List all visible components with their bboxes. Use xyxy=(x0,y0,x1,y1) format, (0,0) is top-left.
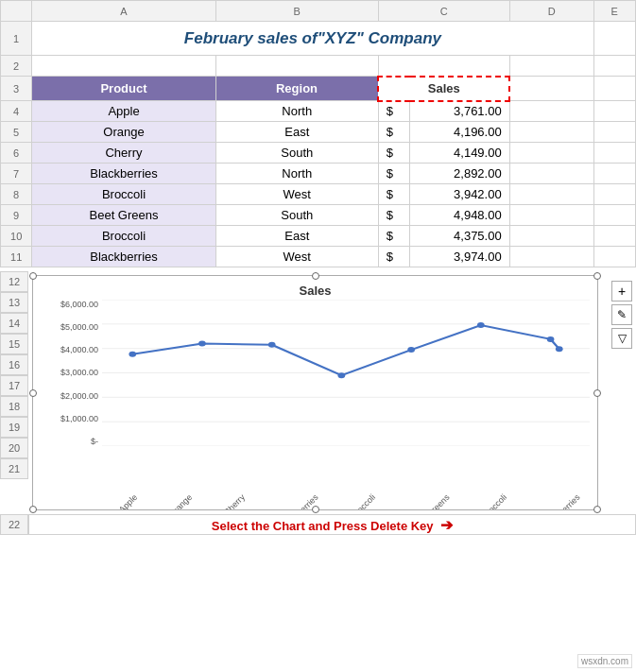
chart-dot-2 xyxy=(198,341,206,347)
chart-x-labels: Apple Orange Cherry Blackberries Broccol… xyxy=(33,450,597,509)
cell-b2 xyxy=(32,56,215,77)
x-label-8: Blackberries xyxy=(542,492,582,509)
cell-dollar-3: $ xyxy=(378,143,409,164)
table-row: 10 Broccoli East $ 4,375.00 xyxy=(1,226,636,247)
col-header-D: D xyxy=(509,1,593,22)
corner-cell xyxy=(1,1,32,22)
cell-f1 xyxy=(593,22,635,56)
cell-region-4: North xyxy=(215,164,378,184)
y-label-5000: $5,000.00 xyxy=(60,322,98,332)
chart-content: $6,000.00 $5,000.00 $4,000.00 $3,000.00 … xyxy=(33,300,597,450)
row-num-6: 6 xyxy=(1,143,32,164)
table-row: 5 Orange East $ 4,196.00 xyxy=(1,122,636,143)
table-row: 4 Apple North $ 3,761.00 xyxy=(1,101,636,122)
cell-sales-6: 4,948.00 xyxy=(410,205,510,226)
chart-wrapper: Sales $6,000.00 $5,000.00 $4,000.00 $3,0… xyxy=(28,271,636,514)
y-label-1000: $1,000.00 xyxy=(60,414,98,423)
cell-f2 xyxy=(593,56,635,77)
row-num-13: 13 xyxy=(0,292,28,313)
chart-style-button[interactable]: ✎ xyxy=(611,304,632,325)
cell-c2 xyxy=(215,56,378,77)
row-num-5: 5 xyxy=(1,122,32,143)
chart-handle-bm[interactable] xyxy=(312,506,319,513)
cell-product-8: Blackberries xyxy=(32,247,215,267)
chart-filter-button[interactable]: ▽ xyxy=(611,328,632,349)
cell-region-6: South xyxy=(215,205,378,226)
cell-region-1: North xyxy=(215,101,378,122)
cell-dollar-7: $ xyxy=(378,226,409,247)
col-header-A: A xyxy=(32,1,215,22)
cell-sales-3: 4,149.00 xyxy=(410,143,510,164)
cell-product-7: Broccoli xyxy=(32,226,215,247)
col-header-E: E xyxy=(593,1,635,22)
row-num-16: 16 xyxy=(0,354,28,375)
chart-add-button[interactable]: + xyxy=(611,281,632,302)
cell-sales-1: 3,761.00 xyxy=(410,101,510,122)
x-label-7: Broccoli xyxy=(480,492,508,509)
cell-sales-5: 3,942.00 xyxy=(410,184,510,205)
row-num-1: 1 xyxy=(1,22,32,56)
row-num-21: 21 xyxy=(0,458,28,479)
cell-f5 xyxy=(593,122,635,143)
watermark: wsxdn.com xyxy=(577,654,632,668)
cell-e8 xyxy=(509,184,593,205)
cell-product-4: Blackberries xyxy=(32,164,215,184)
cell-dollar-6: $ xyxy=(378,205,409,226)
cell-e5 xyxy=(509,122,593,143)
table-row: 11 Blackberries West $ 3,974.00 xyxy=(1,247,636,267)
chart-handle-ml[interactable] xyxy=(29,389,37,397)
chart-y-axis: $6,000.00 $5,000.00 $4,000.00 $3,000.00 … xyxy=(41,300,102,446)
cell-product-3: Cherry xyxy=(32,143,215,164)
y-label-0: $- xyxy=(91,437,98,446)
cell-dollar-4: $ xyxy=(378,164,409,184)
x-label-6: Beet Greens xyxy=(411,492,452,509)
row-num-3: 3 xyxy=(1,77,32,101)
chart-dot-5 xyxy=(407,347,415,353)
col-header-B: B xyxy=(215,1,378,22)
row-num-10: 10 xyxy=(1,226,32,247)
cell-dollar-5: $ xyxy=(378,184,409,205)
row-num-12: 12 xyxy=(0,271,28,292)
cell-region-2: East xyxy=(215,122,378,143)
y-label-2000: $2,000.00 xyxy=(60,391,98,401)
cell-f10 xyxy=(593,226,635,247)
chart-handle-tr[interactable] xyxy=(593,272,601,280)
chart-handle-tl[interactable] xyxy=(29,272,37,280)
chart-plot-area xyxy=(102,300,590,450)
chart-dot-3 xyxy=(268,342,276,348)
row-num-11: 11 xyxy=(1,247,32,267)
chart-dot-4 xyxy=(337,372,345,378)
table-row: 8 Broccoli West $ 3,942.00 xyxy=(1,184,636,205)
row-num-14: 14 xyxy=(0,313,28,334)
cell-region-8: West xyxy=(215,247,378,267)
cell-e9 xyxy=(509,205,593,226)
cell-sales-4: 2,892.00 xyxy=(410,164,510,184)
cell-region-5: West xyxy=(215,184,378,205)
col-header-C: C xyxy=(378,1,509,22)
instruction-text: Select the Chart and Press Delete Key ➔ xyxy=(212,516,453,534)
x-label-1: Apple xyxy=(117,492,139,509)
cell-product-5: Broccoli xyxy=(32,184,215,205)
chart-handle-bl[interactable] xyxy=(29,506,37,513)
chart-row: 12 13 14 15 16 17 18 19 20 21 xyxy=(0,271,636,514)
arrow-icon: ➔ xyxy=(440,517,453,533)
cell-d2 xyxy=(378,56,509,77)
chart-handle-tm[interactable] xyxy=(312,272,319,280)
x-label-3: Cherry xyxy=(222,492,247,509)
cell-e6 xyxy=(509,143,593,164)
table-row: 6 Cherry South $ 4,149.00 xyxy=(1,143,636,164)
chart-svg xyxy=(102,300,590,446)
chart-container[interactable]: Sales $6,000.00 $5,000.00 $4,000.00 $3,0… xyxy=(32,275,598,510)
chart-dot-7 xyxy=(547,336,555,342)
chart-handle-mr[interactable] xyxy=(593,389,601,397)
cell-product-6: Beet Greens xyxy=(32,205,215,226)
cell-f9 xyxy=(593,205,635,226)
title-cell: February sales of"XYZ" Company xyxy=(32,22,593,56)
y-label-6000: $6,000.00 xyxy=(60,300,98,309)
chart-handle-br[interactable] xyxy=(593,506,601,513)
row-numbers-chart: 12 13 14 15 16 17 18 19 20 21 xyxy=(0,271,28,514)
chart-dot-1 xyxy=(129,352,136,357)
cell-f3 xyxy=(593,77,635,101)
row-num-15: 15 xyxy=(0,334,28,354)
row-num-7: 7 xyxy=(1,164,32,184)
